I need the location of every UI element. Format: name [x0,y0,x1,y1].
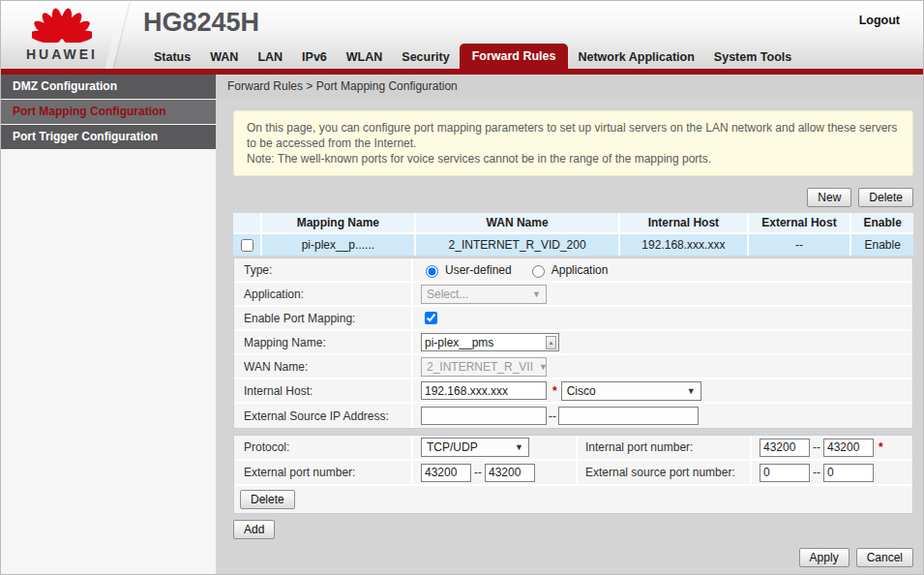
cell-mapping-name: pi-plex__p...... [262,234,416,256]
user-defined-label: User-defined [445,263,512,277]
col-enable: Enable [851,213,913,234]
protocol-delete-row: Delete [234,486,912,513]
main-nav-tabs: Status WAN LAN IPv6 WLAN Security Forwar… [144,44,923,69]
form-row-type: Type: User-defined Application [234,258,912,283]
wan-name-select[interactable]: 2_INTERNET_R_VII ▼ [421,357,547,377]
tab-ipv6[interactable]: IPv6 [292,46,337,69]
protocol-select-value: TCP/UDP [427,440,478,454]
note-line: Note: The well-known ports for voice ser… [247,151,900,166]
form-row-wan-name: WAN Name: 2_INTERNET_R_VII ▼ [234,355,912,379]
select-all-header [233,213,262,234]
enable-port-mapping-label: Enable Port Mapping: [234,307,413,329]
content-area: On this page, you can configure port map… [216,98,923,575]
tab-forward-rules[interactable]: Forward Rules [460,44,569,69]
tab-wlan[interactable]: WLAN [337,46,393,69]
internal-host-input[interactable] [421,381,547,400]
sidebar-item-port-trigger-configuration[interactable]: Port Trigger Configuration [1,125,216,149]
external-source-port-label: External source port number: [578,461,752,484]
huawei-flower-icon [32,6,92,43]
internal-host-device-select[interactable]: Cisco ▼ [561,381,701,401]
device-select-value: Cisco [567,384,596,398]
application-label: Application: [234,283,413,305]
chevron-down-icon: ▼ [539,362,548,372]
tab-system-tools[interactable]: System Tools [704,46,801,69]
input-autofill-icon[interactable]: ▴ [546,336,556,349]
required-marker: * [552,384,557,398]
cell-internal-host: 192.168.xxx.xxx [620,234,748,256]
cell-external-host: -- [749,234,852,256]
page-description: On this page, you can configure port map… [233,110,913,176]
external-source-ip-end-input[interactable] [558,407,699,425]
table-header-row: Mapping Name WAN Name Internal Host Exte… [233,213,913,234]
internal-port-to-input[interactable] [823,439,874,457]
form-row-enable-port-mapping: Enable Port Mapping: [234,307,912,331]
range-separator: -- [813,466,820,479]
delete-button[interactable]: Delete [858,188,913,207]
application-radio-label: Application [551,263,609,277]
apply-button[interactable]: Apply [799,548,849,567]
external-port-to-input[interactable] [485,464,535,482]
external-source-ip-start-input[interactable] [421,407,547,425]
range-separator: -- [474,466,482,479]
application-select[interactable]: Select... ▼ [421,285,547,304]
new-button[interactable]: New [807,188,851,207]
col-wan-name: WAN Name [416,213,620,234]
cell-wan-name: 2_INTERNET_R_VID_200 [416,234,620,256]
protocol-section: Protocol: TCP/UDP ▼ Internal port number… [233,435,913,514]
table-row[interactable]: pi-plex__p...... 2_INTERNET_R_VID_200 19… [233,234,913,256]
external-port-label: External port number: [234,461,413,484]
brand-name: HUAWEI [15,46,109,62]
application-select-value: Select... [427,288,468,301]
breadcrumb: Forward Rules > Port Mapping Configurati… [216,75,923,98]
logout-link[interactable]: Logout [859,14,900,27]
external-source-port-from-input[interactable] [760,464,810,482]
range-separator: -- [549,409,556,423]
enable-port-mapping-checkbox[interactable] [425,312,437,324]
form-row-application: Application: Select... ▼ [234,283,912,307]
device-model-title: HG8245H [143,8,259,38]
internal-host-label: Internal Host: [234,379,413,402]
row-checkbox[interactable] [241,239,253,252]
tab-network-application[interactable]: Network Application [568,46,703,69]
radio-user-defined[interactable]: User-defined [421,262,512,278]
chevron-down-icon: ▼ [687,386,696,396]
external-port-from-input[interactable] [421,464,471,482]
tab-status[interactable]: Status [144,46,200,69]
port-mapping-table: Mapping Name WAN Name Internal Host Exte… [233,213,913,256]
mapping-name-label: Mapping Name: [234,331,413,353]
tab-lan[interactable]: LAN [248,46,292,69]
sidebar-item-port-mapping-configuration[interactable]: Port Mapping Configuration [1,100,216,124]
protocol-label: Protocol: [234,436,413,459]
mapping-form: Type: User-defined Application Applicati [233,257,913,429]
form-row-mapping-name: Mapping Name: ▴ [234,331,912,355]
description-line: On this page, you can configure port map… [247,120,900,151]
internal-port-from-input[interactable] [760,439,810,457]
chevron-down-icon: ▼ [515,442,523,452]
add-protocol-button[interactable]: Add [233,520,275,539]
user-defined-radio[interactable] [426,265,438,278]
sidebar-item-dmz-configuration[interactable]: DMZ Configuration [1,75,216,99]
wan-name-select-value: 2_INTERNET_R_VII [427,360,533,374]
wan-name-label: WAN Name: [234,355,413,378]
chevron-down-icon: ▼ [532,289,541,299]
external-source-port-to-input[interactable] [823,464,874,482]
col-internal-host: Internal Host [620,213,748,234]
form-row-external-source-ip: External Source IP Address: -- [234,404,912,428]
mapping-name-input[interactable] [421,333,559,351]
huawei-logo: HUAWEI [15,6,109,62]
header: HUAWEI HG8245H Logout Status WAN LAN IPv… [1,1,923,69]
protocol-select[interactable]: TCP/UDP ▼ [421,438,529,457]
cell-enable: Enable [851,234,913,256]
radio-application[interactable]: Application [527,262,609,278]
cancel-button[interactable]: Cancel [856,548,913,567]
required-marker: * [879,440,883,454]
external-source-ip-label: External Source IP Address: [234,404,413,428]
range-separator: -- [813,440,820,454]
type-label: Type: [234,258,413,281]
sidebar: DMZ Configuration Port Mapping Configura… [1,75,216,575]
application-radio[interactable] [532,265,545,278]
tab-security[interactable]: Security [392,46,459,69]
tab-wan[interactable]: WAN [200,46,248,69]
protocol-row-2: External port number: -- External source… [234,461,912,486]
protocol-delete-button[interactable]: Delete [240,490,295,509]
